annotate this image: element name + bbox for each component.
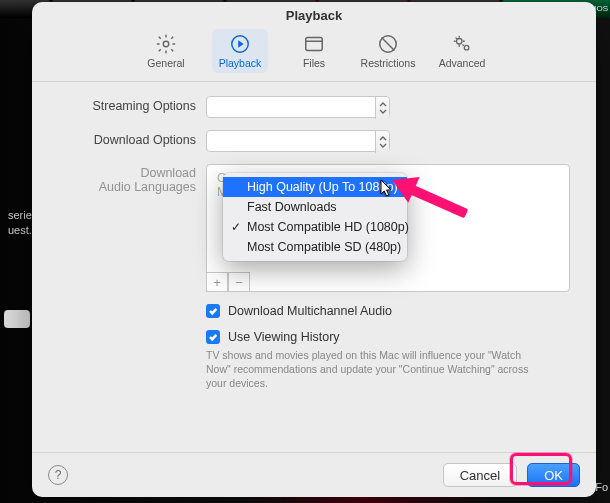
add-language-button[interactable]: + [206,272,228,292]
checkmark-icon [206,330,220,344]
streaming-select[interactable] [206,96,390,118]
tab-playback[interactable]: Playback [212,29,268,73]
tab-restrictions[interactable]: Restrictions [360,29,416,73]
dropdown-item-fast-downloads[interactable]: Fast Downloads [223,197,407,217]
folder-icon [303,33,325,55]
chevron-updown-icon [375,97,389,119]
dropdown-item-compatible-sd[interactable]: Most Compatible SD (480p) [223,237,407,257]
bg-right-text-2: Fo [595,481,608,493]
viewing-history-label: Use Viewing History [228,330,340,344]
cancel-button[interactable]: Cancel [443,463,517,487]
viewing-history-description: TV shows and movies played on this Mac w… [206,348,536,391]
tab-label: Playback [219,57,262,69]
ok-button[interactable]: OK [527,463,580,487]
preferences-body: Streaming Options Download Options [32,82,596,452]
svg-point-5 [464,45,469,50]
checkmark-icon [206,304,220,318]
tab-label: General [147,57,184,69]
dropdown-item-compatible-hd[interactable]: ✓ Most Compatible HD (1080p) [223,217,407,237]
window-footer: ? Cancel OK [32,452,596,497]
dropdown-item-high-quality[interactable]: High Quality (Up To 1080p) [223,177,407,197]
audio-languages-label: DownloadAudio Languages [58,164,206,194]
chevron-updown-icon [375,131,389,153]
multichannel-checkbox[interactable]: Download Multichannel Audio [206,304,570,318]
svg-rect-2 [306,38,323,51]
playback-preferences-window: Playback General Playback [32,2,596,497]
tab-label: Advanced [439,57,486,69]
tab-label: Restrictions [361,57,416,69]
gears-icon [451,33,473,55]
window-title: Playback [32,2,596,27]
streaming-dropdown-menu: High Quality (Up To 1080p) Fast Download… [223,173,407,261]
remove-language-button[interactable]: − [228,272,250,292]
nosign-icon [377,33,399,55]
tab-advanced[interactable]: Advanced [434,29,490,73]
tab-label: Files [303,57,325,69]
preferences-toolbar: General Playback Files [32,27,596,82]
svg-point-0 [163,41,169,47]
streaming-label: Streaming Options [58,96,206,113]
download-select[interactable] [206,130,390,152]
download-label: Download Options [58,130,206,147]
play-circle-icon [229,33,251,55]
checkmark-icon: ✓ [231,220,241,234]
tab-general[interactable]: General [138,29,194,73]
bg-button [4,310,30,328]
gear-icon [155,33,177,55]
help-button[interactable]: ? [48,465,68,485]
tab-files[interactable]: Files [286,29,342,73]
multichannel-label: Download Multichannel Audio [228,304,392,318]
viewing-history-checkbox[interactable]: Use Viewing History [206,330,570,344]
svg-point-4 [457,39,463,45]
